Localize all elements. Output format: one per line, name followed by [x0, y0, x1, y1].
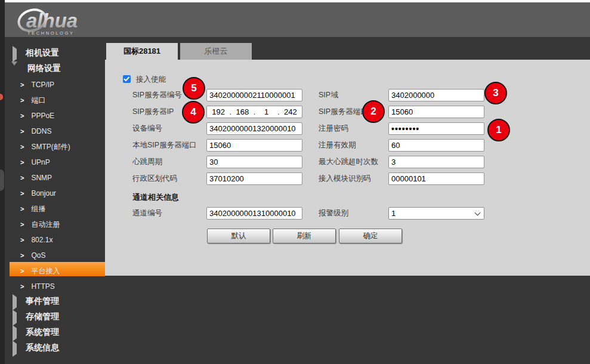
tab-lechengyun[interactable]: 乐橙云 — [180, 43, 252, 60]
enable-access-label: 接入使能 — [136, 75, 166, 85]
sidebar-group-label: 系统管理 — [26, 327, 59, 337]
edge-gray-handle[interactable] — [0, 169, 4, 191]
settings-panel: 接入使能 通道相关信息 SIP服务器编号SIP域SIP服务器IP192.168.… — [105, 60, 590, 276]
sidebar-item-platform-access[interactable]: >平台接入 — [5, 261, 105, 277]
sidebar-item-auto-register[interactable]: >自动注册 — [5, 215, 105, 230]
field-input-heartbeat-cycle[interactable] — [206, 156, 302, 168]
field-label-sip-domain: SIP域 — [319, 89, 338, 101]
tab-gb28181[interactable]: 国标28181 — [106, 43, 178, 60]
chevron-right-icon: > — [20, 112, 24, 119]
sidebar-item-label: SMTP(邮件) — [31, 143, 70, 151]
field-input-channel-id[interactable] — [206, 207, 302, 220]
sidebar-item-system-management[interactable]: 系统管理 — [5, 323, 105, 339]
field-label-register-password: 注册密码 — [319, 122, 348, 135]
field-label-access-module-code: 接入模块识别码 — [319, 172, 371, 185]
dahua-camera-web-ui: alhua TECHNOLOGY 相机设置网络设置>TCP/IP>端口>PPPo… — [0, 0, 590, 364]
field-label-alarm-level: 报警级别 — [319, 207, 348, 220]
check-icon — [123, 76, 130, 82]
ip-segment[interactable]: 242 — [280, 107, 301, 116]
sidebar-item-https[interactable]: >HTTPS — [5, 277, 105, 292]
sidebar-group-label: 事件管理 — [26, 296, 59, 306]
field-label-device-id: 设备编号 — [132, 122, 162, 135]
sidebar-item-storage-management[interactable]: 存储管理 — [5, 308, 105, 323]
sidebar-item-pppoe[interactable]: >PPPoE — [5, 106, 105, 122]
sidebar-item-label: 组播 — [31, 205, 45, 213]
channel-section-title: 通道相关信息 — [132, 192, 179, 203]
sidebar-item-label: 802.1x — [31, 236, 52, 244]
sidebar-item-network-settings[interactable]: 网络设置 — [5, 60, 105, 75]
sidebar-item-8021x[interactable]: >802.1x — [5, 230, 105, 246]
sidebar-item-label: 端口 — [31, 96, 45, 104]
sidebar-item-bonjour[interactable]: >Bonjour — [5, 184, 105, 199]
logo-subtext: TECHNOLOGY — [27, 30, 75, 36]
sidebar-item-tcpip[interactable]: >TCP/IP — [5, 75, 105, 91]
sidebar-group-label: 相机设置 — [26, 48, 59, 57]
field-input-max-heartbeat-timeout[interactable] — [388, 156, 484, 168]
chevron-right-icon: > — [20, 221, 24, 228]
field-input-sip-domain[interactable] — [388, 89, 484, 101]
field-input-access-module-code[interactable] — [388, 172, 484, 185]
refresh-button[interactable]: 刷新 — [273, 229, 336, 243]
tab-bar: 国标28181乐橙云 — [105, 43, 344, 60]
ip-segment[interactable]: 1 — [257, 107, 277, 116]
sidebar-item-label: TCP/IP — [31, 81, 54, 89]
sidebar-item-system-info[interactable]: 系统信息 — [5, 339, 105, 354]
chevron-right-icon: > — [20, 267, 24, 274]
field-label-admin-region-code: 行政区划代码 — [132, 172, 177, 185]
sidebar-item-label: HTTPS — [31, 282, 54, 291]
chevron-right-icon: > — [20, 81, 24, 88]
chevron-right-icon: > — [20, 236, 24, 243]
sidebar-item-label: 自动注册 — [31, 220, 60, 229]
chevron-right-icon: > — [20, 128, 24, 135]
field-input-admin-region-code[interactable] — [206, 172, 302, 185]
sidebar-item-multicast[interactable]: >组播 — [5, 199, 105, 215]
chevron-right-icon: > — [20, 174, 24, 181]
annotation-circle-5: 5 — [183, 77, 205, 100]
chevron-right-icon: > — [20, 205, 24, 212]
chevron-right-icon: > — [20, 190, 24, 197]
annotation-circle-3: 3 — [484, 82, 507, 104]
field-label-sip-server-port: SIP服务器端口 — [319, 106, 368, 118]
ip-segment[interactable]: 168 — [232, 107, 252, 116]
field-input-sip-server-port[interactable] — [388, 106, 484, 118]
chevron-right-icon: > — [20, 252, 24, 259]
confirm-button[interactable]: 确定 — [339, 229, 402, 243]
dahua-logo: alhua TECHNOLOGY — [12, 5, 113, 39]
field-input-sip-server-id[interactable] — [206, 89, 302, 101]
sidebar-item-label: 平台接入 — [31, 267, 60, 275]
triangle-right-icon — [13, 341, 17, 357]
dahua-logo-graphic: alhua TECHNOLOGY — [12, 5, 113, 36]
field-input-register-password[interactable] — [388, 122, 484, 135]
field-input-register-valid[interactable] — [388, 139, 484, 152]
field-select-alarm-level[interactable]: 1 — [388, 207, 484, 220]
chevron-right-icon: > — [20, 283, 24, 290]
sidebar-item-upnp[interactable]: >UPnP — [5, 153, 105, 168]
sidebar-item-event-management[interactable]: 事件管理 — [5, 292, 105, 308]
sidebar-item-label: DDNS — [31, 127, 51, 135]
sidebar-item-label: PPPoE — [31, 112, 54, 120]
field-input-sip-server-ip[interactable]: 192.168.1.242 — [206, 106, 302, 118]
field-label-channel-id: 通道编号 — [132, 207, 162, 220]
field-label-sip-server-id: SIP服务器编号 — [132, 89, 182, 101]
sidebar-item-qos[interactable]: >QoS — [5, 246, 105, 261]
sidebar-item-smtp[interactable]: >SMTP(邮件) — [5, 137, 105, 153]
select-value: 1 — [391, 209, 396, 218]
ip-segment[interactable]: 192 — [208, 107, 228, 116]
sidebar-item-port[interactable]: >端口 — [5, 91, 105, 106]
sidebar-item-label: SNMP — [31, 174, 52, 182]
field-input-local-sip-port[interactable] — [206, 139, 302, 152]
field-label-local-sip-port: 本地SIP服务器端口 — [132, 139, 197, 152]
triangle-down-icon — [11, 61, 17, 76]
enable-access-checkbox[interactable] — [123, 75, 131, 83]
sidebar-item-label: Bonjour — [31, 189, 55, 198]
field-label-max-heartbeat-timeout: 最大心跳超时次数 — [319, 156, 378, 168]
sidebar-item-camera-settings[interactable]: 相机设置 — [5, 44, 105, 60]
sidebar-item-ddns[interactable]: >DDNS — [5, 122, 105, 137]
default-button[interactable]: 默认 — [207, 229, 270, 243]
chevron-right-icon: > — [20, 143, 24, 150]
field-input-device-id[interactable] — [206, 122, 302, 135]
sidebar-group-label: 存储管理 — [26, 311, 59, 321]
annotation-circle-2: 2 — [362, 100, 385, 123]
sidebar-item-snmp[interactable]: >SNMP — [5, 168, 105, 184]
annotation-circle-1: 1 — [487, 119, 510, 141]
